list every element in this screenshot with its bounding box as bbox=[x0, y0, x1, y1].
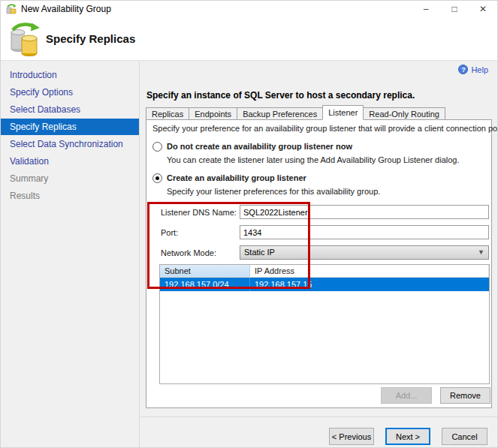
app-icon bbox=[6, 4, 17, 14]
main-content: ? Help Specify an instance of SQL Server… bbox=[140, 62, 498, 448]
radio-create-listener-label[interactable]: Create an availability group listener bbox=[167, 173, 306, 182]
tab-read-only-routing[interactable]: Read-Only Routing bbox=[363, 107, 445, 120]
sidebar-item-validation[interactable]: Validation bbox=[1, 153, 139, 170]
help-icon: ? bbox=[458, 65, 468, 74]
radio-create-listener-description: Specify your listener preferences for th… bbox=[167, 187, 380, 196]
network-mode-value: Static IP bbox=[244, 248, 275, 257]
listener-intro: Specify your preference for an availabil… bbox=[152, 124, 498, 133]
radio-no-listener-description: You can create the listener later using … bbox=[167, 155, 460, 164]
network-mode-select[interactable]: Static IP ▼ bbox=[240, 245, 489, 260]
radio-no-listener-label[interactable]: Do not create an availability group list… bbox=[167, 142, 352, 151]
subnet-cell: 192.168.157.0/24 bbox=[160, 278, 250, 291]
new-availability-group-window: New Availability Group – □ ✕ Specif bbox=[0, 0, 498, 448]
sidebar-item-specify-options[interactable]: Specify Options bbox=[1, 84, 139, 101]
previous-button[interactable]: < Previous bbox=[329, 428, 374, 445]
sidebar-item-introduction[interactable]: Introduction bbox=[1, 67, 139, 83]
remove-button[interactable]: Remove bbox=[440, 387, 490, 404]
tab-strip: Replicas Endpoints Backup Preferences Li… bbox=[146, 105, 445, 120]
minimize-button[interactable]: – bbox=[412, 1, 440, 17]
tab-endpoints[interactable]: Endpoints bbox=[189, 107, 237, 120]
tab-replicas[interactable]: Replicas bbox=[146, 107, 189, 120]
table-header-subnet[interactable]: Subnet bbox=[160, 265, 250, 277]
network-mode-label: Network Mode: bbox=[161, 248, 216, 257]
add-button: Add... bbox=[381, 387, 432, 404]
tab-backup-preferences[interactable]: Backup Preferences bbox=[237, 107, 323, 120]
dns-name-input[interactable] bbox=[240, 205, 489, 219]
instance-heading: Specify an instance of SQL Server to hos… bbox=[146, 90, 415, 101]
table-header-row: Subnet IP Address bbox=[160, 265, 489, 278]
port-label: Port: bbox=[161, 228, 178, 237]
wizard-body: Introduction Specify Options Select Data… bbox=[1, 62, 497, 448]
footer-divider bbox=[140, 416, 498, 417]
help-link[interactable]: ? Help bbox=[458, 65, 488, 74]
radio-no-listener[interactable] bbox=[152, 142, 162, 152]
ip-address-cell: 192.168.157.15 bbox=[250, 278, 489, 291]
chevron-down-icon[interactable]: ▼ bbox=[475, 247, 487, 258]
listener-panel: Specify your preference for an availabil… bbox=[146, 119, 492, 408]
sidebar-item-summary: Summary bbox=[1, 170, 139, 187]
sidebar-item-select-data-synchronization[interactable]: Select Data Synchronization bbox=[1, 136, 139, 152]
help-label: Help bbox=[471, 65, 488, 74]
tab-listener[interactable]: Listener bbox=[322, 105, 364, 120]
window-titlebar: New Availability Group – □ ✕ bbox=[1, 1, 497, 17]
ip-address-table[interactable]: Subnet IP Address 192.168.157.0/24 192.1… bbox=[159, 264, 490, 384]
table-row[interactable]: 192.168.157.0/24 192.168.157.15 bbox=[160, 278, 489, 291]
wizard-header: Specify Replicas bbox=[1, 17, 497, 61]
next-button[interactable]: Next > bbox=[385, 428, 430, 445]
window-controls: – □ ✕ bbox=[412, 1, 497, 17]
dns-name-label: Listener DNS Name: bbox=[161, 208, 237, 217]
sidebar-item-specify-replicas[interactable]: Specify Replicas bbox=[1, 119, 139, 135]
page-title: Specify Replicas bbox=[46, 32, 135, 45]
radio-create-listener[interactable] bbox=[152, 173, 162, 183]
close-button[interactable]: ✕ bbox=[469, 1, 497, 17]
window-title: New Availability Group bbox=[21, 4, 111, 14]
table-header-ip-address[interactable]: IP Address bbox=[250, 265, 489, 277]
sidebar: Introduction Specify Options Select Data… bbox=[1, 62, 140, 448]
sidebar-item-results: Results bbox=[1, 188, 139, 204]
sidebar-item-select-databases[interactable]: Select Databases bbox=[1, 101, 139, 118]
maximize-button[interactable]: □ bbox=[440, 1, 469, 17]
port-input[interactable] bbox=[240, 225, 489, 239]
replica-databases-icon bbox=[8, 22, 41, 59]
cancel-button[interactable]: Cancel bbox=[442, 428, 487, 445]
